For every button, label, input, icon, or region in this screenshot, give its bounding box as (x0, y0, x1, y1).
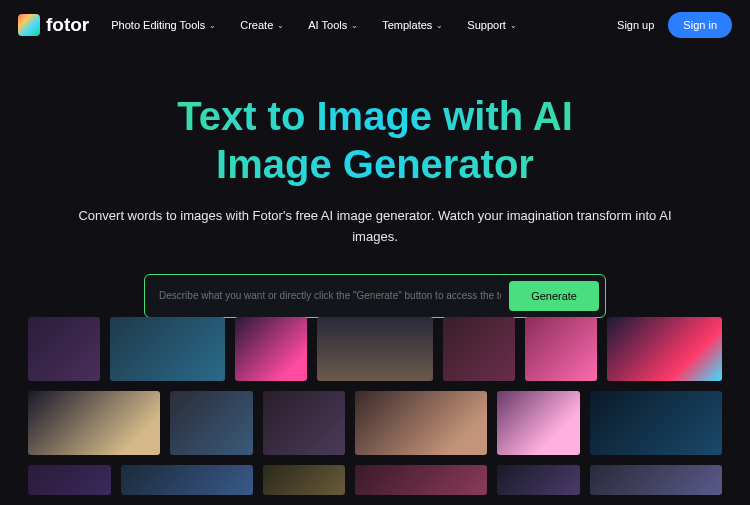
gallery-row (28, 317, 722, 381)
auth-actions: Sign up Sign in (617, 12, 732, 38)
title-line-1: Text to Image with AI (177, 94, 573, 138)
page-title: Text to Image with AI Image Generator (60, 92, 690, 188)
gallery-row (28, 391, 722, 455)
gallery-tile[interactable] (121, 465, 253, 495)
gallery-tile[interactable] (355, 391, 487, 455)
signup-link[interactable]: Sign up (617, 19, 654, 31)
gallery-tile[interactable] (525, 317, 597, 381)
nav-templates[interactable]: Templates ⌄ (382, 19, 443, 31)
gallery-tile[interactable] (590, 391, 722, 455)
nav-label: Templates (382, 19, 432, 31)
chevron-down-icon: ⌄ (510, 21, 517, 30)
gallery-tile[interactable] (317, 317, 432, 381)
nav-label: Support (467, 19, 506, 31)
chevron-down-icon: ⌄ (436, 21, 443, 30)
logo-icon (18, 14, 40, 36)
chevron-down-icon: ⌄ (351, 21, 358, 30)
gallery-tile[interactable] (590, 465, 722, 495)
nav-photo-editing[interactable]: Photo Editing Tools ⌄ (111, 19, 216, 31)
gallery-tile[interactable] (110, 317, 225, 381)
gallery-tile[interactable] (497, 465, 580, 495)
nav-label: Photo Editing Tools (111, 19, 205, 31)
signin-button[interactable]: Sign in (668, 12, 732, 38)
primary-nav: Photo Editing Tools ⌄ Create ⌄ AI Tools … (111, 19, 595, 31)
nav-ai-tools[interactable]: AI Tools ⌄ (308, 19, 358, 31)
nav-label: AI Tools (308, 19, 347, 31)
nav-support[interactable]: Support ⌄ (467, 19, 517, 31)
brand-logo[interactable]: fotor (18, 14, 89, 36)
page-subtitle: Convert words to images with Fotor's fre… (60, 206, 690, 248)
prompt-input[interactable] (151, 286, 509, 305)
title-line-2: Image Generator (216, 142, 534, 186)
gallery-row (28, 465, 722, 495)
gallery-tile[interactable] (170, 391, 253, 455)
gallery-tile[interactable] (497, 391, 580, 455)
gallery-tile[interactable] (443, 317, 515, 381)
gallery-tile[interactable] (28, 391, 160, 455)
gallery-tile[interactable] (263, 391, 346, 455)
gallery-tile[interactable] (28, 465, 111, 495)
gallery-tile[interactable] (607, 317, 722, 381)
brand-name: fotor (46, 14, 89, 36)
gallery-tile[interactable] (28, 317, 100, 381)
gallery-tile[interactable] (355, 465, 487, 495)
gallery-tile[interactable] (235, 317, 307, 381)
chevron-down-icon: ⌄ (209, 21, 216, 30)
gallery-tile[interactable] (263, 465, 346, 495)
main-header: fotor Photo Editing Tools ⌄ Create ⌄ AI … (0, 0, 750, 50)
nav-create[interactable]: Create ⌄ (240, 19, 284, 31)
gallery (0, 305, 750, 505)
chevron-down-icon: ⌄ (277, 21, 284, 30)
nav-label: Create (240, 19, 273, 31)
